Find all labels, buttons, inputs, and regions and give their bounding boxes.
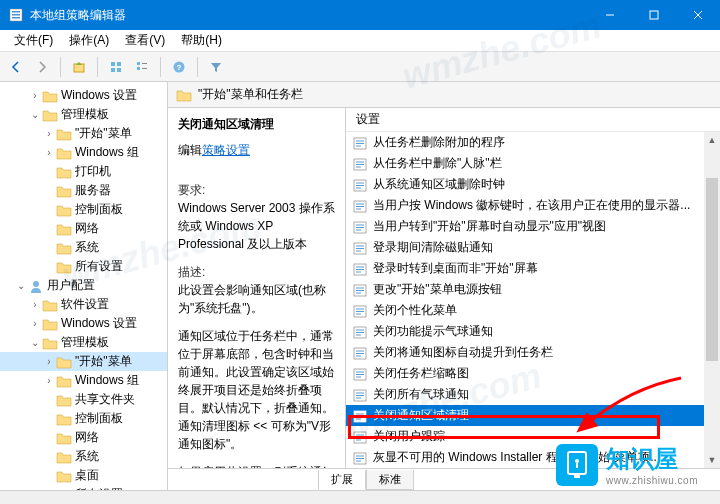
expand-icon[interactable]: › [42, 146, 56, 160]
scroll-up-button[interactable]: ▲ [704, 132, 720, 148]
maximize-button[interactable] [632, 0, 676, 30]
expand-icon[interactable] [42, 165, 56, 179]
settings-header[interactable]: 设置 [346, 108, 720, 132]
tree-node[interactable]: 控制面板 [0, 409, 167, 428]
edit-prefix: 编辑 [178, 143, 202, 157]
setting-item[interactable]: 关闭通知区域清理 [346, 405, 720, 426]
setting-item[interactable]: 关闭任务栏缩略图 [346, 363, 720, 384]
menu-help[interactable]: 帮助(H) [173, 30, 230, 51]
tree-node[interactable]: 共享文件夹 [0, 390, 167, 409]
tree-label: Windows 设置 [61, 315, 137, 332]
tree-node[interactable]: 服务器 [0, 181, 167, 200]
folder-icon [42, 297, 58, 313]
folder-icon [56, 164, 72, 180]
expand-icon[interactable] [42, 469, 56, 483]
setting-item[interactable]: 登录期间清除磁贴通知 [346, 237, 720, 258]
expand-icon[interactable]: › [28, 89, 42, 103]
expand-icon[interactable]: ⌄ [14, 279, 28, 293]
tree-node[interactable]: ›Windows 组 [0, 143, 167, 162]
minimize-button[interactable] [588, 0, 632, 30]
expand-icon[interactable] [42, 431, 56, 445]
back-button[interactable] [4, 55, 28, 79]
panels: 关闭通知区域清理 编辑策略设置 要求: Windows Server 2003 … [168, 108, 720, 468]
menu-file[interactable]: 文件(F) [6, 30, 61, 51]
vertical-scrollbar[interactable]: ▲ ▼ [704, 132, 720, 468]
tab-extended[interactable]: 扩展 [318, 470, 366, 490]
expand-icon[interactable]: › [42, 374, 56, 388]
tree-node[interactable]: ›Windows 设置 [0, 314, 167, 333]
setting-item[interactable]: 登录时转到桌面而非"开始"屏幕 [346, 258, 720, 279]
tree-label: 服务器 [75, 182, 111, 199]
svg-text:?: ? [177, 63, 182, 72]
setting-label: 关闭所有气球通知 [373, 386, 469, 403]
expand-icon[interactable]: ⌄ [28, 336, 42, 350]
expand-icon[interactable] [42, 222, 56, 236]
expand-icon[interactable] [42, 412, 56, 426]
expand-icon[interactable] [42, 393, 56, 407]
expand-icon[interactable] [42, 241, 56, 255]
setting-item[interactable]: 当用户按 Windows 徽标键时，在该用户正在使用的显示器... [346, 195, 720, 216]
tree-node[interactable]: ⌄用户配置 [0, 276, 167, 295]
setting-item[interactable]: 从任务栏删除附加的程序 [346, 132, 720, 153]
setting-label: 关闭用户跟踪 [373, 428, 445, 445]
expand-icon[interactable]: › [42, 127, 56, 141]
tab-standard[interactable]: 标准 [366, 470, 414, 490]
scroll-down-button[interactable]: ▼ [704, 452, 720, 468]
desc-label: 描述: [178, 263, 335, 281]
tree-node[interactable]: ›Windows 组 [0, 371, 167, 390]
tree-panel[interactable]: ›Windows 设置⌄管理模板›"开始"菜单›Windows 组打印机服务器控… [0, 82, 168, 490]
forward-button[interactable] [30, 55, 54, 79]
tree-node[interactable]: ›"开始"菜单 [0, 124, 167, 143]
scroll-thumb[interactable] [706, 178, 718, 360]
policy-icon [352, 324, 368, 340]
view-list-button[interactable] [130, 55, 154, 79]
filter-button[interactable] [204, 55, 228, 79]
expand-icon[interactable] [42, 184, 56, 198]
folder-icon [56, 449, 72, 465]
tree-node[interactable]: ⌄管理模板 [0, 333, 167, 352]
help-button[interactable]: ? [167, 55, 191, 79]
expand-icon[interactable]: › [28, 317, 42, 331]
policy-icon [352, 198, 368, 214]
tree-node[interactable]: 桌面 [0, 466, 167, 485]
tree-node[interactable]: 打印机 [0, 162, 167, 181]
up-button[interactable] [67, 55, 91, 79]
setting-item[interactable]: 从任务栏中删除"人脉"栏 [346, 153, 720, 174]
tree-node[interactable]: 所有设置 [0, 257, 167, 276]
window-title: 本地组策略编辑器 [30, 7, 588, 24]
tree-label: 控制面板 [75, 410, 123, 427]
menu-action[interactable]: 操作(A) [61, 30, 117, 51]
setting-item[interactable]: 关闭所有气球通知 [346, 384, 720, 405]
setting-item[interactable]: 关闭将通知图标自动提升到任务栏 [346, 342, 720, 363]
tree-node[interactable]: ⌄管理模板 [0, 105, 167, 124]
menu-view[interactable]: 查看(V) [117, 30, 173, 51]
expand-icon[interactable] [42, 488, 56, 491]
tree-node[interactable]: 控制面板 [0, 200, 167, 219]
expand-icon[interactable] [42, 450, 56, 464]
tree-node[interactable]: 系统 [0, 447, 167, 466]
scroll-track[interactable] [704, 148, 720, 452]
expand-icon[interactable]: ⌄ [28, 108, 42, 122]
policy-icon [352, 450, 368, 466]
edit-policy-link[interactable]: 策略设置 [202, 141, 250, 159]
setting-item[interactable]: 更改"开始"菜单电源按钮 [346, 279, 720, 300]
window-titlebar[interactable]: 本地组策略编辑器 [0, 0, 720, 30]
expand-icon[interactable]: › [42, 355, 56, 369]
tree-node[interactable]: 系统 [0, 238, 167, 257]
tree-node[interactable]: 所有设置 [0, 485, 167, 490]
view-icons-button[interactable] [104, 55, 128, 79]
setting-item[interactable]: 关闭功能提示气球通知 [346, 321, 720, 342]
expand-icon[interactable]: › [28, 298, 42, 312]
tree-node[interactable]: 网络 [0, 219, 167, 238]
settings-list[interactable]: 从任务栏删除附加的程序从任务栏中删除"人脉"栏从系统通知区域删除时钟当用户按 W… [346, 132, 720, 468]
tree-node[interactable]: ›Windows 设置 [0, 86, 167, 105]
close-button[interactable] [676, 0, 720, 30]
expand-icon[interactable] [42, 260, 56, 274]
tree-node[interactable]: ›软件设置 [0, 295, 167, 314]
setting-item[interactable]: 关闭个性化菜单 [346, 300, 720, 321]
tree-node[interactable]: ›"开始"菜单 [0, 352, 167, 371]
tree-node[interactable]: 网络 [0, 428, 167, 447]
setting-item[interactable]: 从系统通知区域删除时钟 [346, 174, 720, 195]
expand-icon[interactable] [42, 203, 56, 217]
setting-item[interactable]: 当用户转到"开始"屏幕时自动显示"应用"视图 [346, 216, 720, 237]
